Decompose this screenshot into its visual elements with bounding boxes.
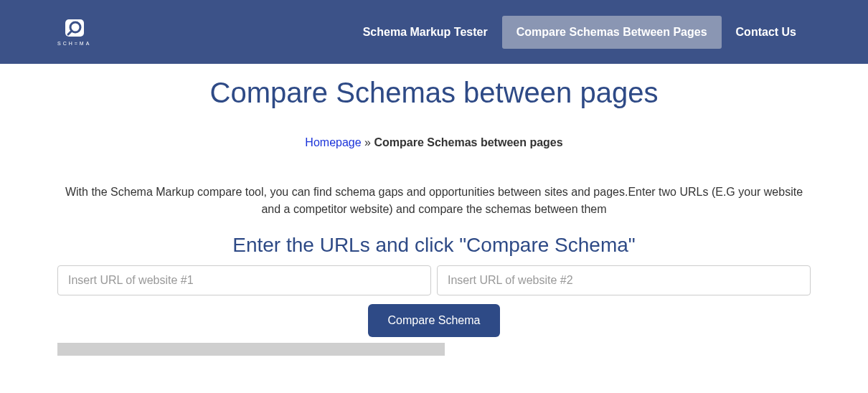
breadcrumb-home-link[interactable]: Homepage — [305, 136, 361, 148]
page-description: With the Schema Markup compare tool, you… — [57, 184, 811, 218]
logo[interactable]: SCH=MA — [57, 18, 91, 46]
breadcrumb-separator: » — [362, 136, 374, 148]
logo-text: SCH=MA — [57, 41, 91, 46]
result-placeholder-bar — [57, 343, 445, 356]
header: SCH=MA Schema Markup Tester Compare Sche… — [0, 0, 868, 64]
form-heading: Enter the URLs and click "Compare Schema… — [57, 234, 811, 257]
nav-compare-schemas[interactable]: Compare Schemas Between Pages — [502, 16, 722, 49]
main-content: Compare Schemas between pages Homepage »… — [0, 64, 868, 356]
compare-schema-button[interactable]: Compare Schema — [368, 304, 501, 337]
breadcrumb: Homepage » Compare Schemas between pages — [57, 136, 811, 149]
url-input-2[interactable] — [437, 265, 811, 295]
url-input-1[interactable] — [57, 265, 431, 295]
main-nav: Schema Markup Tester Compare Schemas Bet… — [349, 16, 811, 49]
nav-contact-us[interactable]: Contact Us — [722, 16, 811, 49]
breadcrumb-current: Compare Schemas between pages — [374, 136, 562, 148]
url-input-row — [57, 265, 811, 295]
page-title: Compare Schemas between pages — [57, 77, 811, 109]
logo-icon — [64, 18, 85, 38]
nav-schema-markup-tester[interactable]: Schema Markup Tester — [349, 16, 502, 49]
button-row: Compare Schema — [57, 304, 811, 337]
